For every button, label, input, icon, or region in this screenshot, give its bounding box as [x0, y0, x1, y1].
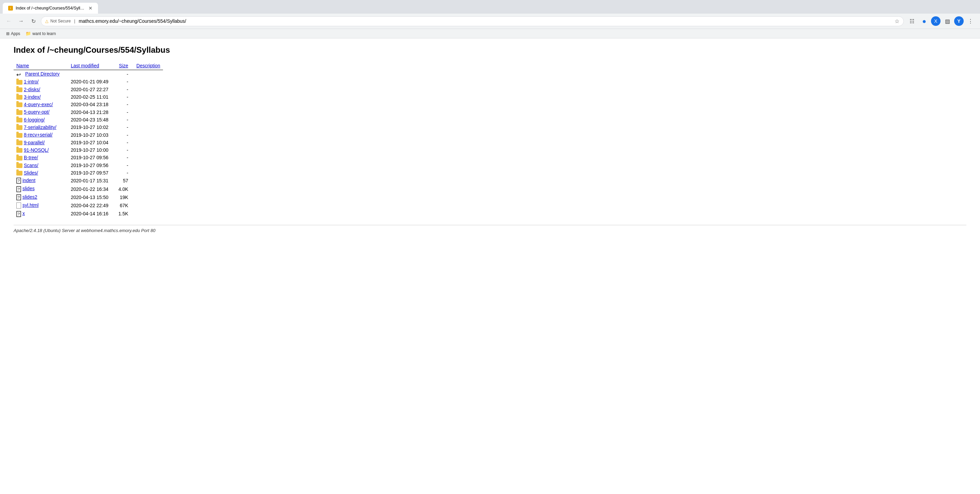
entry-link[interactable]: syl.html	[22, 202, 38, 208]
back-button[interactable]: ←	[4, 16, 14, 26]
entry-size-cell: -	[116, 78, 134, 86]
sort-by-desc-link[interactable]: Description	[137, 63, 160, 68]
entry-name-cell: 1-intro/	[14, 78, 68, 86]
nav-right-icons: ☷ ● X ▨ Y ⋮	[907, 16, 976, 27]
entry-link[interactable]: x	[22, 211, 25, 216]
col-header-name: Name	[14, 62, 68, 70]
entry-desc-cell	[134, 185, 163, 193]
sort-by-name-link[interactable]: Name	[16, 63, 29, 68]
parent-dir-cell: ↩ Parent Directory	[14, 70, 68, 78]
entry-modified-cell: 2020-01-27 22:27	[68, 86, 116, 93]
table-row: 6-logging/2020-04-23 15:48-	[14, 116, 163, 124]
tab-close-button[interactable]: ✕	[89, 5, 92, 11]
folder-icon	[16, 156, 22, 160]
apps-bookmark[interactable]: ⊞ Apps	[4, 31, 22, 37]
entry-name-cell: 91-NOSQL/	[14, 146, 68, 154]
bookmarks-bar: ⊞ Apps 📁 want to learn	[0, 29, 980, 38]
entry-modified-cell: 2020-04-13 15:50	[68, 193, 116, 202]
entry-link[interactable]: 1-intro/	[24, 79, 39, 84]
extensions-icon[interactable]: ▨	[942, 16, 953, 27]
col-header-description: Description	[134, 62, 163, 70]
want-to-learn-label: want to learn	[32, 31, 56, 36]
entry-name-cell: 2-disks/	[14, 86, 68, 93]
active-tab[interactable]: i Index of /~cheung/Courses/554/Syllabus…	[3, 3, 98, 14]
entry-desc-cell	[134, 193, 163, 202]
entry-desc-cell	[134, 86, 163, 93]
entry-modified-cell: 2020-04-23 15:48	[68, 116, 116, 124]
unknown-file-icon: ?	[16, 194, 21, 200]
entry-link[interactable]: slides2	[22, 194, 37, 200]
entry-modified-cell: 2019-10-27 10:03	[68, 131, 116, 138]
entry-desc-cell	[134, 116, 163, 124]
entry-size-cell: -	[116, 108, 134, 116]
entry-name-cell: 7-serializability/	[14, 124, 68, 131]
user-avatar[interactable]: Y	[954, 16, 964, 26]
menu-button[interactable]: ⋮	[965, 16, 976, 27]
forward-button[interactable]: →	[16, 16, 26, 26]
entry-link[interactable]: 2-disks/	[24, 87, 40, 92]
reload-button[interactable]: ↻	[29, 16, 38, 26]
table-row: 5-query-opt/2020-04-13 21:28-	[14, 108, 163, 116]
want-to-learn-bookmark[interactable]: 📁 want to learn	[24, 30, 58, 37]
table-row: Scans/2019-10-27 09:56-	[14, 162, 163, 169]
entry-size-cell: -	[116, 139, 134, 146]
entry-desc-cell	[134, 108, 163, 116]
entry-modified-cell: 2020-02-25 11:01	[68, 93, 116, 101]
col-header-size: Size	[116, 62, 134, 70]
table-row: ? slides2020-01-22 16:344.0K	[14, 185, 163, 193]
entry-modified-cell: 2020-01-21 09:49	[68, 78, 116, 86]
entry-link[interactable]: 5-query-opt/	[24, 109, 49, 114]
table-row: 2-disks/2020-01-27 22:27-	[14, 86, 163, 93]
entry-desc-cell	[134, 78, 163, 86]
entry-desc-cell	[134, 202, 163, 210]
translate-icon[interactable]: X	[931, 16, 940, 26]
entry-link[interactable]: 4-query-exec/	[24, 102, 53, 107]
entry-size-cell: -	[116, 131, 134, 138]
entry-link[interactable]: 6-logging/	[24, 117, 45, 122]
entry-link[interactable]: Scans/	[24, 163, 38, 168]
entry-desc-cell	[134, 169, 163, 176]
table-row: 91-NOSQL/2019-10-27 10:00-	[14, 146, 163, 154]
entry-link[interactable]: 3-index/	[24, 94, 41, 100]
entry-link[interactable]: 7-serializability/	[24, 124, 56, 130]
folder-icon	[16, 102, 22, 107]
nav-bar: ← → ↻ △ Not Secure | mathcs.emory.edu/~c…	[0, 14, 980, 29]
folder-icon	[16, 140, 22, 145]
entry-modified-cell: 2019-10-27 10:04	[68, 139, 116, 146]
entry-modified-cell: 2020-03-04 23:18	[68, 101, 116, 108]
entry-size-cell: -	[116, 124, 134, 131]
entry-link[interactable]: Slides/	[24, 170, 38, 176]
entry-modified-cell: 2020-04-22 22:49	[68, 202, 116, 210]
entry-size-cell: 57	[116, 176, 134, 185]
address-bar[interactable]: △ Not Secure | mathcs.emory.edu/~cheung/…	[41, 16, 904, 26]
bookmark-pages-icon[interactable]: ☷	[907, 16, 917, 27]
entry-size-cell: 4.0K	[116, 185, 134, 193]
entry-modified-cell: 2020-04-13 21:28	[68, 108, 116, 116]
entry-name-cell: ? indent	[14, 176, 68, 185]
entry-desc-cell	[134, 210, 163, 218]
parent-dir-link[interactable]: Parent Directory	[25, 71, 60, 76]
bookmark-star-icon[interactable]: ☆	[894, 18, 899, 24]
tab-title: Index of /~cheung/Courses/554/Syllabus/	[16, 6, 86, 11]
folder-icon	[16, 148, 22, 153]
google-account-icon[interactable]: ●	[919, 16, 930, 27]
entry-link[interactable]: B-tree/	[24, 155, 38, 160]
sort-by-size-link[interactable]: Size	[119, 63, 128, 68]
entry-modified-cell: 2019-10-27 10:00	[68, 146, 116, 154]
entry-desc-cell	[134, 139, 163, 146]
table-row: 1-intro/2020-01-21 09:49-	[14, 78, 163, 86]
folder-icon	[16, 133, 22, 138]
table-row: ? indent2020-01-17 15:3157	[14, 176, 163, 185]
entry-link[interactable]: indent	[22, 178, 35, 183]
entry-name-cell: 4-query-exec/	[14, 101, 68, 108]
entry-link[interactable]: 91-NOSQL/	[24, 147, 49, 153]
entry-link[interactable]: slides	[22, 186, 35, 191]
entry-link[interactable]: 8-recv+serial/	[24, 132, 52, 137]
table-row: 3-index/2020-02-25 11:01-	[14, 93, 163, 101]
table-row: 9-parallel/2019-10-27 10:04-	[14, 139, 163, 146]
sort-by-modified-link[interactable]: Last modified	[71, 63, 99, 68]
table-row: 8-recv+serial/2019-10-27 10:03-	[14, 131, 163, 138]
table-row: 7-serializability/2019-10-27 10:02-	[14, 124, 163, 131]
entry-link[interactable]: 9-parallel/	[24, 140, 45, 145]
entry-name-cell: 9-parallel/	[14, 139, 68, 146]
